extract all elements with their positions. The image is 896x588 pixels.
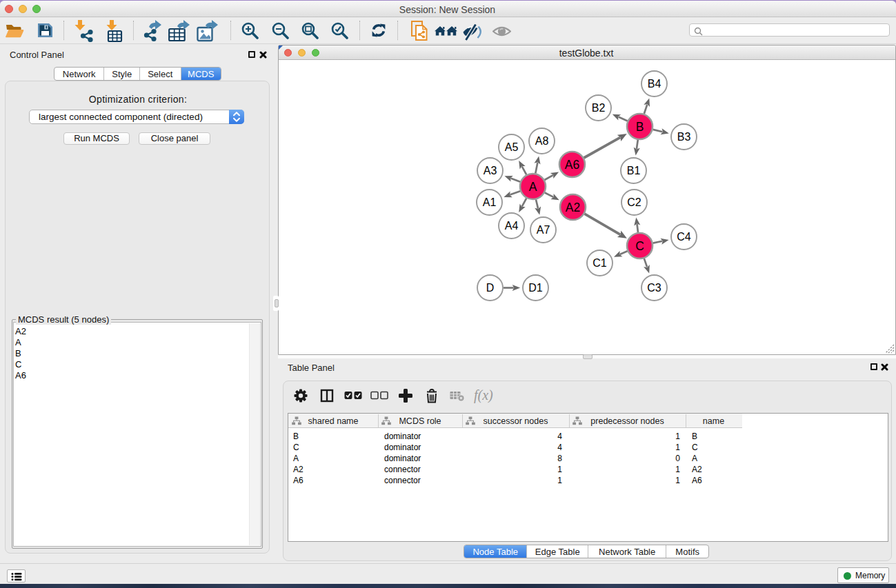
- svg-text:D: D: [486, 282, 495, 294]
- svg-text:B4: B4: [648, 78, 661, 90]
- svg-text:B2: B2: [592, 102, 606, 114]
- svg-text:A1: A1: [483, 196, 497, 208]
- svg-text:C: C: [635, 239, 644, 253]
- svg-text:B: B: [636, 120, 644, 134]
- svg-text:C3: C3: [647, 282, 661, 294]
- svg-text:A8: A8: [535, 135, 549, 147]
- svg-text:A5: A5: [505, 141, 519, 153]
- svg-text:C2: C2: [627, 196, 641, 208]
- svg-text:A3: A3: [484, 165, 497, 176]
- svg-text:B3: B3: [677, 131, 691, 143]
- svg-text:A7: A7: [537, 224, 550, 236]
- svg-text:A6: A6: [565, 158, 579, 172]
- svg-text:A: A: [529, 180, 537, 194]
- svg-text:B1: B1: [627, 165, 641, 176]
- svg-text:A2: A2: [566, 201, 580, 214]
- svg-text:C4: C4: [677, 231, 691, 243]
- svg-text:C1: C1: [593, 257, 607, 269]
- svg-text:A4: A4: [505, 220, 519, 232]
- svg-text:D1: D1: [528, 282, 543, 294]
